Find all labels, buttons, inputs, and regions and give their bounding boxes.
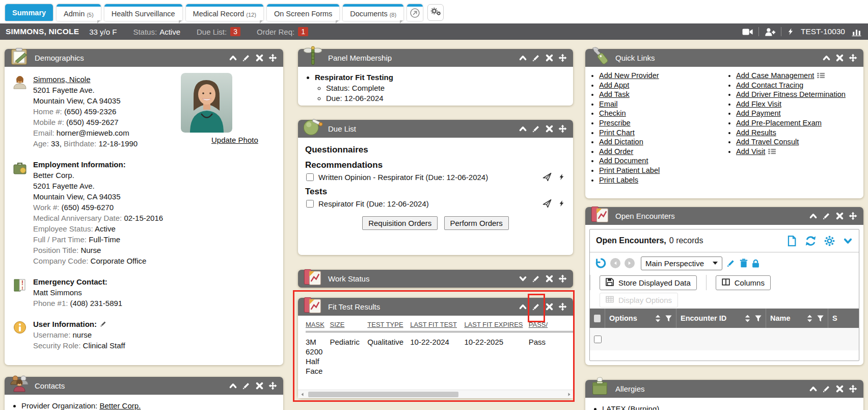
chevron-down-icon[interactable]	[843, 236, 853, 246]
update-photo-link[interactable]: Update Photo	[211, 136, 258, 144]
edit-icon[interactable]	[242, 54, 251, 62]
patient-name-link[interactable]: Simmons, Nicole	[33, 75, 91, 84]
edit-icon[interactable]	[532, 274, 540, 283]
link-email[interactable]: Email	[599, 100, 618, 108]
collapse-icon[interactable]	[519, 302, 527, 311]
scroll-left-icon[interactable]	[298, 391, 306, 398]
columns-button[interactable]: Columns	[716, 275, 771, 290]
link-add-document[interactable]: Add Document	[599, 157, 648, 165]
link-print-patient-label[interactable]: Print Patient Label	[599, 166, 660, 174]
link-add-payment[interactable]: Add Payment	[736, 109, 781, 117]
link-add-driver-fitness[interactable]: Add Driver Fitness Determination	[736, 90, 846, 98]
col-mask[interactable]: MASK	[306, 319, 330, 332]
tab-settings-button[interactable]	[427, 4, 444, 21]
link-add-case-management[interactable]: Add Case Management	[736, 71, 814, 80]
move-icon[interactable]	[849, 54, 857, 62]
link-prescribe[interactable]: Prescribe	[599, 119, 631, 127]
col-last-fit-test[interactable]: LAST FIT TEST	[410, 319, 464, 332]
link-add-order[interactable]: Add Order	[599, 147, 633, 156]
edit-icon[interactable]	[822, 212, 831, 220]
edit-icon[interactable]	[242, 381, 251, 390]
sort-icon[interactable]	[745, 315, 750, 322]
close-icon[interactable]	[835, 212, 844, 220]
move-icon[interactable]	[268, 54, 277, 62]
close-icon[interactable]	[835, 385, 844, 393]
lightning-icon[interactable]	[558, 173, 565, 181]
chart-id[interactable]: TEST-10030	[801, 27, 845, 36]
collapse-icon[interactable]	[519, 124, 527, 133]
move-icon[interactable]	[558, 54, 567, 62]
link-add-results[interactable]: Add Results	[736, 129, 776, 137]
filter-icon[interactable]	[665, 315, 672, 322]
edit-icon[interactable]	[532, 124, 540, 133]
link-add-travel-consult[interactable]: Add Travel Consult	[736, 138, 799, 146]
row-checkbox[interactable]	[594, 336, 602, 343]
col-pass-fail[interactable]: PASS/	[529, 319, 573, 332]
settings-gear-icon[interactable]	[824, 236, 835, 246]
close-icon[interactable]	[545, 302, 554, 311]
recommendation-checkbox[interactable]	[306, 173, 314, 181]
order-req-count-badge[interactable]: 1	[298, 27, 308, 36]
collapse-icon[interactable]	[229, 54, 237, 62]
link-checkin[interactable]: Checkin	[599, 109, 626, 117]
expand-icon[interactable]	[519, 274, 527, 283]
link-add-contact-tracing[interactable]: Add Contact Tracing	[736, 81, 803, 89]
test-checkbox[interactable]	[306, 200, 314, 208]
tab-summary[interactable]: Summary	[5, 4, 53, 21]
list-icon[interactable]	[817, 72, 825, 78]
undo-icon[interactable]	[595, 258, 606, 269]
perform-orders-button[interactable]: Perform Orders	[444, 216, 509, 230]
collapse-icon[interactable]	[229, 381, 237, 390]
move-icon[interactable]	[558, 124, 567, 133]
move-icon[interactable]	[558, 274, 567, 283]
allergy-link[interactable]: LATEX (Burning)	[602, 404, 659, 410]
sort-icon[interactable]	[807, 315, 812, 322]
sort-icon[interactable]	[655, 315, 661, 322]
previous-perspective-icon[interactable]	[610, 258, 620, 268]
close-icon[interactable]	[545, 54, 554, 62]
filter-icon[interactable]	[817, 315, 824, 322]
lock-perspective-icon[interactable]	[752, 259, 760, 268]
collapse-icon[interactable]	[809, 385, 818, 393]
display-options-button[interactable]: Display Options	[600, 293, 678, 308]
perspective-select[interactable]: Main Perspective	[641, 257, 722, 270]
move-icon[interactable]	[268, 381, 277, 390]
close-icon[interactable]	[545, 124, 554, 133]
edit-user-info-icon[interactable]	[100, 319, 107, 326]
add-person-icon[interactable]	[765, 28, 775, 36]
link-add-task[interactable]: Add Task	[599, 90, 630, 98]
refresh-icon[interactable]	[805, 236, 816, 246]
collapse-icon[interactable]	[822, 54, 831, 62]
col-test-type[interactable]: TEST TYPE	[367, 319, 410, 332]
edit-perspective-icon[interactable]	[726, 259, 736, 268]
lightning-icon[interactable]	[787, 27, 794, 36]
move-icon[interactable]	[558, 302, 567, 311]
close-icon[interactable]	[545, 274, 554, 283]
link-print-labels[interactable]: Print Labels	[599, 176, 638, 184]
filter-icon[interactable]	[755, 315, 762, 322]
tab-medical-record[interactable]: Medical Record(12)	[186, 4, 263, 21]
collapse-icon[interactable]	[519, 54, 527, 62]
store-displayed-data-button[interactable]: Store Displayed Data	[600, 275, 697, 290]
requisition-orders-button[interactable]: Requisition Orders	[362, 216, 438, 230]
close-icon[interactable]	[255, 54, 264, 62]
delete-perspective-icon[interactable]	[740, 259, 748, 268]
link-add-pre-placement-exam[interactable]: Add Pre-Placement Exam	[736, 119, 822, 127]
send-icon[interactable]	[542, 172, 552, 182]
list-icon[interactable]	[768, 148, 776, 154]
lightning-icon[interactable]	[558, 199, 565, 208]
link-add-appt[interactable]: Add Appt	[599, 81, 629, 89]
edit-icon[interactable]	[532, 302, 540, 311]
move-icon[interactable]	[849, 212, 857, 220]
close-icon[interactable]	[255, 381, 264, 390]
tab-health-surveillance[interactable]: Health Surveillance	[104, 4, 182, 21]
due-list-count-badge[interactable]: 3	[230, 27, 240, 36]
col-size[interactable]: SIZE	[330, 319, 368, 332]
select-all-checkbox[interactable]	[594, 315, 601, 322]
tab-documents[interactable]: Documents(8)	[343, 4, 403, 21]
link-add-flex-visit[interactable]: Add Flex Visit	[736, 100, 781, 108]
growth-chart-icon[interactable]	[852, 28, 861, 36]
link-print-chart[interactable]: Print Chart	[599, 129, 635, 137]
col-last-fit-expires[interactable]: LAST FIT EXPIRES	[464, 319, 528, 332]
scroll-right-icon[interactable]	[565, 391, 573, 398]
